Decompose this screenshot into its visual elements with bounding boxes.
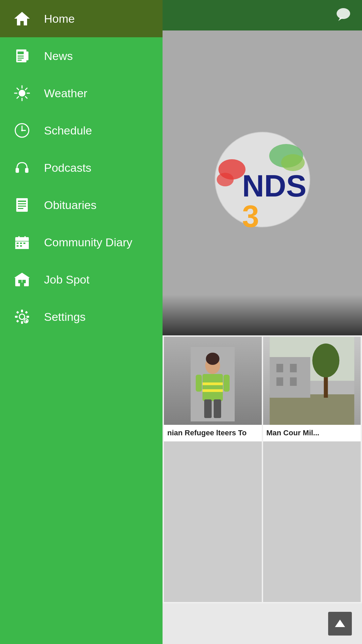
sidebar-item-home[interactable]: Home [0, 0, 163, 37]
sidebar-item-weather[interactable]: Weather [0, 75, 163, 112]
schedule-icon [10, 119, 34, 142]
svg-rect-11 [203, 374, 223, 401]
sidebar-schedule-label: Schedule [44, 124, 92, 137]
svg-rect-63 [23, 243, 25, 244]
news-card-2-image [263, 337, 361, 425]
svg-rect-15 [214, 399, 221, 418]
svg-rect-32 [25, 51, 28, 60]
weather-icon [10, 81, 34, 105]
sidebar-item-settings[interactable]: Settings [0, 298, 163, 335]
news-card-2[interactable]: Man Cour Mil... [263, 337, 361, 602]
svg-rect-56 [18, 208, 23, 209]
svg-marker-1 [338, 18, 343, 21]
svg-rect-80 [16, 320, 19, 323]
svg-point-23 [312, 344, 339, 377]
hero-logo: NDS 3 [163, 30, 362, 335]
top-bar [163, 0, 362, 30]
svg-marker-29 [335, 620, 345, 627]
svg-point-4 [217, 173, 234, 186]
sidebar-item-job-spot[interactable]: Job Spot [0, 261, 163, 298]
svg-rect-35 [18, 58, 24, 59]
svg-rect-75 [21, 321, 23, 324]
sidebar-community-diary-label: Community Diary [44, 236, 132, 249]
svg-line-43 [25, 97, 27, 98]
svg-rect-66 [18, 236, 20, 239]
svg-point-18 [206, 353, 219, 365]
svg-marker-69 [14, 273, 30, 278]
svg-rect-55 [18, 206, 26, 207]
sidebar-settings-label: Settings [44, 310, 86, 324]
svg-rect-78 [16, 311, 19, 314]
news-card-1-image [164, 337, 262, 425]
svg-rect-26 [290, 364, 297, 372]
calendar-icon [10, 230, 34, 254]
svg-rect-13 [203, 389, 223, 392]
chat-icon[interactable] [335, 6, 352, 24]
home-icon [10, 7, 34, 30]
sidebar-weather-label: Weather [44, 87, 87, 100]
svg-text:3: 3 [242, 200, 259, 233]
svg-point-6 [281, 154, 305, 171]
svg-rect-33 [18, 51, 24, 54]
hero-area: NDS 3 [163, 30, 362, 335]
svg-rect-34 [18, 56, 24, 57]
svg-point-0 [337, 8, 350, 19]
svg-marker-30 [14, 12, 30, 25]
svg-line-42 [17, 88, 19, 90]
svg-rect-21 [270, 394, 354, 425]
news-card-1-text: nian Refugee lteers To [164, 425, 262, 441]
svg-rect-54 [18, 203, 26, 204]
svg-rect-25 [276, 364, 283, 372]
svg-rect-12 [203, 382, 223, 385]
obituaries-icon [10, 193, 34, 217]
svg-rect-52 [16, 198, 28, 212]
svg-rect-64 [17, 245, 19, 247]
scroll-up-button[interactable] [328, 612, 352, 636]
news-cards-area: nian Refugee lteers To [163, 335, 362, 603]
sidebar-item-community-diary[interactable]: Community Diary [0, 224, 163, 261]
svg-rect-28 [290, 377, 297, 386]
svg-rect-61 [17, 243, 19, 244]
svg-rect-62 [20, 243, 22, 244]
bottom-bar [163, 603, 362, 644]
svg-rect-79 [25, 311, 28, 314]
podcasts-icon [10, 156, 34, 180]
hero-gradient-overlay [163, 295, 362, 335]
sidebar-obituaries-label: Obituaries [44, 199, 97, 212]
sidebar-news-label: News [44, 49, 73, 63]
news-card-2-text: Man Cour Mil... [263, 425, 361, 441]
svg-rect-51 [25, 168, 28, 173]
svg-point-37 [19, 90, 25, 97]
svg-rect-17 [223, 375, 230, 392]
job-spot-icon [10, 268, 34, 291]
svg-rect-67 [24, 236, 26, 239]
svg-rect-16 [196, 375, 202, 392]
sidebar-job-spot-label: Job Spot [44, 273, 89, 286]
sidebar-item-schedule[interactable]: Schedule [0, 112, 163, 149]
svg-text:NDS: NDS [242, 169, 306, 203]
sidebar-home-label: Home [44, 12, 75, 25]
sidebar-item-podcasts[interactable]: Podcasts [0, 149, 163, 186]
settings-icon [10, 305, 34, 329]
svg-rect-36 [18, 60, 22, 61]
svg-rect-53 [18, 201, 26, 202]
news-card-1[interactable]: nian Refugee lteers To [164, 337, 262, 602]
svg-rect-72 [20, 283, 24, 286]
svg-rect-65 [20, 245, 22, 247]
svg-point-49 [21, 130, 23, 131]
svg-rect-27 [276, 377, 283, 386]
news-card-1-title: nian Refugee lteers To [167, 428, 258, 438]
svg-rect-50 [16, 168, 19, 173]
svg-line-44 [25, 88, 27, 90]
svg-rect-76 [15, 316, 18, 318]
news-card-2-title: Man Cour Mil... [267, 428, 358, 438]
sidebar: Home News [0, 0, 163, 644]
sidebar-podcasts-label: Podcasts [44, 161, 91, 174]
sidebar-item-news[interactable]: News [0, 37, 163, 75]
svg-rect-77 [26, 316, 29, 318]
svg-point-73 [19, 314, 25, 319]
sidebar-item-obituaries[interactable]: Obituaries [0, 186, 163, 224]
news-icon [10, 44, 34, 68]
svg-rect-74 [21, 310, 23, 312]
svg-line-45 [17, 97, 19, 98]
